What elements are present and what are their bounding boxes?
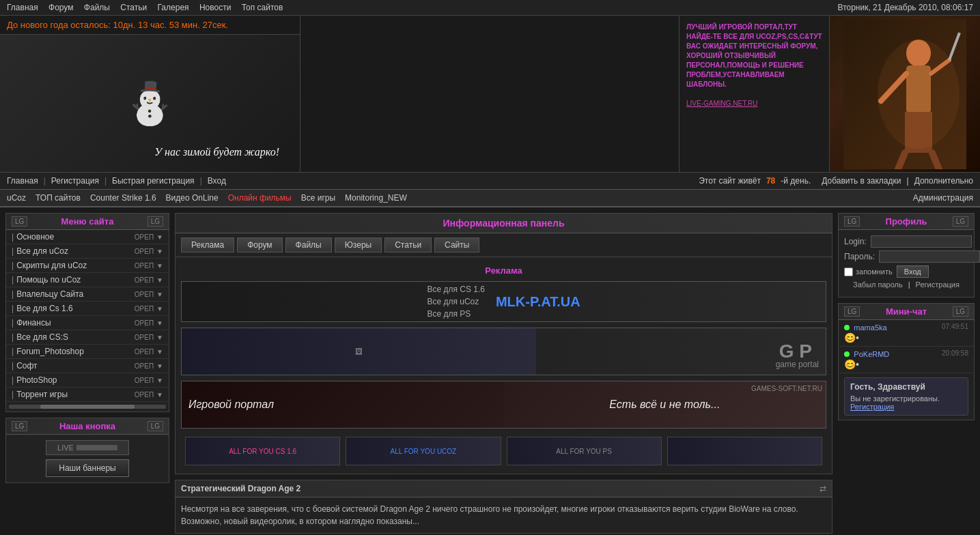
ad1-left-text: Все для CS 1.6 Все для uCoz Все для PS	[421, 281, 490, 322]
nav3-cs[interactable]: Counter Strike 1.6	[90, 193, 156, 203]
article-title: Стратегический Dragon Age 2	[181, 484, 300, 493]
our-button-title: Наша кнопка	[59, 421, 115, 431]
nav-forum[interactable]: Форум	[48, 3, 73, 12]
tab-articles[interactable]: Статьи	[384, 237, 432, 252]
ad-text-main: ЛУЧШИЙ ИГРОВОЙ ПОРТАЛ,ТУТ НАЙДЕ-ТЕ ВСЕ Д…	[686, 23, 822, 88]
tab-sites[interactable]: Сайты	[434, 237, 479, 252]
site-day-number: 78	[766, 176, 775, 186]
forgot-password-link[interactable]: Забыл пароль	[853, 280, 903, 289]
banner-ad-text: ЛУЧШИЙ ИГРОВОЙ ПОРТАЛ,ТУТ НАЙДЕ-ТЕ ВСЕ Д…	[680, 16, 830, 172]
menu-item[interactable]: |Все для Cs 1.6 ОРЕП▼	[6, 302, 169, 316]
remember-checkbox[interactable]	[844, 268, 853, 276]
nav3-all-games[interactable]: Все игры	[301, 193, 335, 203]
login-button[interactable]: Вход	[897, 265, 929, 278]
chat-emoji-2: 😊•	[844, 359, 859, 370]
menu-item[interactable]: |Финансы ОРЕП▼	[6, 316, 169, 330]
nav-files[interactable]: Файлы	[84, 3, 110, 12]
article-expand-icon[interactable]: ⇄	[820, 484, 826, 493]
tab-reklama[interactable]: Реклама	[181, 237, 234, 252]
menu-item[interactable]: |Софт ОРЕП▼	[6, 359, 169, 373]
menu-item[interactable]: |Торрент игры ОРЕП▼	[6, 388, 169, 402]
login-label: Login:	[844, 237, 867, 246]
ad4-sub-2[interactable]: ALL FOR YOU UCOZ	[346, 437, 501, 465]
tab-users[interactable]: Юзеры	[335, 237, 382, 252]
nav3-top[interactable]: ТОП сайтов	[36, 193, 81, 203]
nav-gallery[interactable]: Галерея	[158, 3, 189, 12]
chat-emoji-1: 😊•	[844, 332, 859, 343]
ad-banner-2[interactable]: 🖼 G P game portal	[181, 328, 826, 375]
tab-files[interactable]: Файлы	[285, 237, 332, 252]
ad-banner-1[interactable]: Все для CS 1.6 Все для uCoz Все для PS M…	[181, 281, 826, 322]
admin-link[interactable]: Администрация	[913, 193, 973, 203]
nav-articles[interactable]: Статьи	[120, 3, 147, 12]
chat-message-1: mama5ka 07:49:51 😊•	[839, 320, 974, 347]
second-nav-right: Этот сайт живёт 78 -й день. Добавить в з…	[699, 176, 973, 186]
live-bar	[76, 445, 117, 450]
register-link[interactable]: Регистрация	[916, 280, 960, 289]
chat-bubble-text: Вы не зарегистрированы.	[850, 394, 962, 403]
login-input[interactable]	[871, 235, 972, 248]
tab-forum[interactable]: Форум	[237, 237, 282, 252]
profile-links: Забыл пароль | Регистрация	[844, 278, 968, 291]
ad-banner-3[interactable]: Игровой портал Есть всё и не толь... GAM…	[181, 381, 826, 429]
nav3-online-films[interactable]: Онлайн фильмы	[228, 193, 292, 203]
password-input[interactable]	[879, 250, 980, 263]
sidebar-scrollbar[interactable]	[9, 405, 166, 409]
right-sidebar: LG Профиль LG Login: Пароль: запомнить	[838, 213, 975, 420]
chat-bubble-register-link[interactable]: Регистрация	[850, 403, 894, 411]
chat-message-2: PoKeRMD 20:09:58 😊•	[839, 347, 974, 373]
ad4-sub-3[interactable]: ALL FOR YOU PS	[507, 437, 662, 465]
profile-lg-left: LG	[844, 216, 860, 227]
menu-item-photoshop[interactable]: |PhotoShop ОРЕП▼	[6, 373, 169, 388]
ad2-left-img: 🖼	[355, 347, 363, 356]
menu-header: LG Меню сайта LG	[6, 214, 169, 230]
remember-check[interactable]: запомнить	[844, 268, 893, 276]
ad4-sub-1[interactable]: ALL FOR YOU CS 1.6	[185, 437, 340, 465]
top-date: Вторник, 21 Декабрь 2010, 08:06:17	[838, 3, 973, 12]
left-sidebar: LG Меню сайта LG |Основное ОРЕП▼ |Все дл…	[5, 213, 169, 489]
menu-item[interactable]: |Впалельцу Сайта ОРЕП▼	[6, 287, 169, 302]
menu-item[interactable]: |Помощь по uCoz ОРЕП▼	[6, 273, 169, 287]
banner-middle	[300, 16, 680, 172]
our-banners-button[interactable]: Наши баннеры	[46, 459, 129, 477]
more-link[interactable]: Дополнительно	[914, 176, 973, 186]
live-label: LIVE	[57, 444, 74, 452]
ad3-site-badge: GAMES-SOFT.NET.RU	[751, 385, 822, 392]
third-nav-links: uCoz ТОП сайтов Counter Strike 1.6 Видео…	[7, 193, 407, 203]
ads-title: Реклама	[181, 263, 826, 281]
nav2-register[interactable]: Регистрация	[51, 176, 99, 186]
nav3-monitoring[interactable]: Monitoring_NEW	[345, 193, 407, 203]
ad3-right-text: Есть всё и не толь...	[609, 399, 720, 411]
nav-home[interactable]: Главная	[7, 3, 38, 12]
chat-user-2: PoKeRMD	[854, 350, 889, 358]
menu-item[interactable]: |Все для uCoz ОРЕП▼	[6, 244, 169, 259]
profile-lg-right: LG	[953, 216, 968, 227]
menu-item[interactable]: |Forum_Photoshop ОРЕП▼	[6, 345, 169, 359]
article-header: Стратегический Dragon Age 2 ⇄	[176, 480, 832, 497]
chat-time-2: 20:09:58	[942, 349, 968, 357]
info-panel-box: Информационная панель Реклама Форум Файл…	[175, 213, 832, 474]
ad4-sub-4[interactable]	[667, 437, 822, 465]
menu-item[interactable]: |Скрипты для uCoz ОРЕП▼	[6, 259, 169, 273]
bookmarks-link[interactable]: Добавить в закладки	[822, 176, 901, 186]
lg-badge-btn-left: LG	[12, 421, 27, 431]
nav-news[interactable]: Новости	[199, 3, 231, 12]
menu-item[interactable]: |Все для CS:S ОРЕП▼	[6, 330, 169, 345]
nav3-video[interactable]: Видео OnLine	[166, 193, 219, 203]
ad-link[interactable]: LIVE-GAMING.NET.RU	[686, 100, 757, 107]
menu-item[interactable]: |Основное ОРЕП▼	[6, 230, 169, 244]
lg-badge-left: LG	[12, 216, 27, 227]
nav-top-sites[interactable]: Топ сайтов	[242, 3, 283, 12]
our-button-box: LG Наша кнопка LG LIVE Наши баннеры	[5, 418, 169, 483]
password-label: Пароль:	[844, 252, 875, 261]
online-indicator-2	[844, 351, 850, 357]
menu-title: Меню сайта	[61, 216, 114, 227]
nav2-quick-register[interactable]: Быстрая регистрация	[112, 176, 195, 186]
nav3-ucoz[interactable]: uCoz	[7, 193, 26, 203]
site-day-label: Этот сайт живёт	[699, 176, 761, 186]
live-banner: LIVE	[46, 440, 129, 455]
nav2-home[interactable]: Главная	[7, 176, 38, 186]
chat-title: Мини-чат	[886, 306, 927, 317]
nav2-login[interactable]: Вход	[208, 176, 226, 186]
chat-lg-right: LG	[953, 306, 968, 317]
